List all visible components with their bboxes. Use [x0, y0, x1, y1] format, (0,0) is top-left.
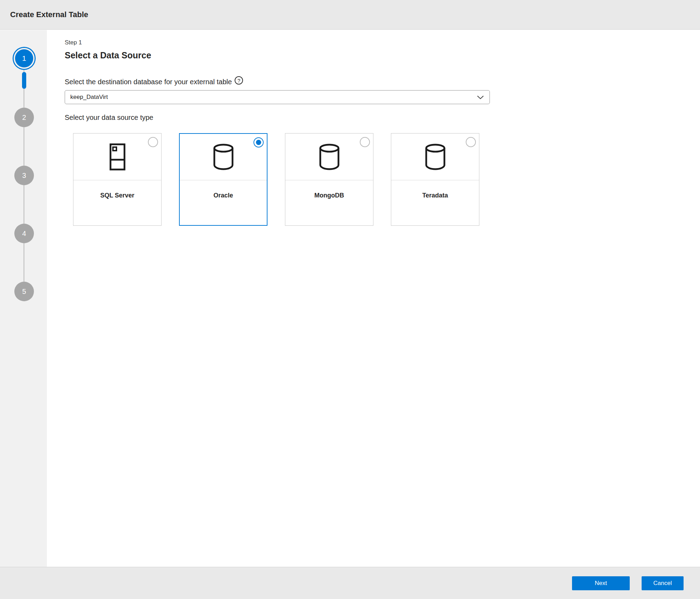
destination-database-select[interactable]: keep_DataVirt: [65, 90, 490, 104]
chevron-down-icon: [477, 95, 484, 99]
radio-button[interactable]: [148, 137, 158, 147]
radio-button[interactable]: [253, 137, 264, 147]
dialog-header: Create External Table: [0, 0, 700, 30]
step-indicator-2[interactable]: 2: [14, 108, 34, 127]
next-button[interactable]: Next: [572, 576, 630, 590]
database-icon: [423, 143, 447, 171]
data-source-card-mongodb[interactable]: MongoDB: [285, 133, 373, 226]
step-indicator-4[interactable]: 4: [14, 224, 34, 243]
wizard-page-content: Step 1 Select a Data Source Select the d…: [47, 30, 700, 567]
radio-button[interactable]: [360, 137, 370, 147]
data-source-card-oracle[interactable]: Oracle: [179, 133, 267, 226]
data-source-card-sql-server[interactable]: SQL Server: [73, 133, 162, 226]
destination-database-row: Select the destination database for your…: [65, 78, 700, 86]
step-indicator-5[interactable]: 5: [14, 282, 34, 301]
page-title: Select a Data Source: [65, 50, 700, 60]
data-source-options: SQL Server Oracle: [73, 133, 700, 226]
data-source-label: Oracle: [180, 192, 267, 199]
database-icon: [212, 143, 235, 171]
destination-database-value: keep_DataVirt: [70, 94, 108, 101]
step-indicator-1[interactable]: 1: [15, 49, 33, 67]
create-external-table-dialog: Create External Table 1 2 3 4 5 Step 1 S…: [0, 0, 700, 599]
data-source-label: Teradata: [391, 192, 479, 199]
data-source-label: MongoDB: [285, 192, 373, 199]
source-type-label: Select your data source type: [65, 114, 700, 122]
step-indicator-3[interactable]: 3: [14, 166, 34, 185]
data-source-card-teradata[interactable]: Teradata: [391, 133, 479, 226]
help-icon[interactable]: ?: [235, 76, 243, 85]
wizard-step-rail: 1 2 3 4 5: [0, 30, 47, 567]
dialog-footer: Next Cancel: [0, 567, 700, 599]
dialog-title: Create External Table: [10, 10, 88, 19]
step-label: Step 1: [65, 39, 700, 46]
server-icon: [107, 143, 128, 171]
step-progress-bar: [22, 72, 26, 89]
data-source-label: SQL Server: [73, 192, 161, 199]
cancel-button[interactable]: Cancel: [642, 576, 684, 590]
database-icon: [317, 143, 341, 171]
destination-database-label: Select the destination database for your…: [65, 78, 232, 86]
radio-button[interactable]: [466, 137, 476, 147]
